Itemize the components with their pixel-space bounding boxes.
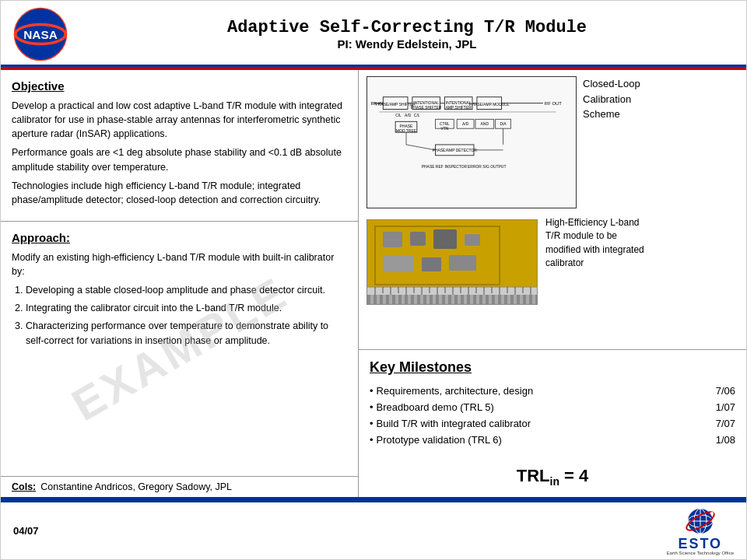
svg-rect-56 bbox=[367, 287, 538, 296]
page-title: Adaptive Self-Correcting T/R Module bbox=[80, 18, 734, 37]
svg-text:ERROR SIG OUTPUT: ERROR SIG OUTPUT bbox=[468, 165, 506, 169]
svg-rect-52 bbox=[465, 234, 480, 246]
objective-heading: Objective bbox=[12, 79, 347, 93]
svg-text:CTRL: CTRL bbox=[440, 122, 450, 126]
milestone-item-2: • Breadboard demo (TRL 5) 1/07 bbox=[370, 401, 735, 413]
diagram-label: Closed-Loop Calibration Scheme bbox=[583, 76, 738, 122]
svg-text:PHASE REF: PHASE REF bbox=[422, 165, 444, 169]
nasa-logo: NASA bbox=[13, 7, 68, 61]
svg-text:AMP SHIFTER: AMP SHIFTER bbox=[446, 106, 472, 110]
svg-text:PHASE/AMP DETECTOR: PHASE/AMP DETECTOR bbox=[433, 149, 478, 152]
approach-step-2: Integrating the calibrator circuit into … bbox=[26, 301, 347, 315]
trl-container: TRLin = 4 bbox=[370, 450, 735, 488]
milestone-item-4: • Prototype validation (TRL 6) 1/08 bbox=[370, 434, 735, 446]
milestone-text-4: • Prototype validation (TRL 6) bbox=[370, 434, 502, 446]
milestones-heading: Key Milestones bbox=[370, 359, 735, 376]
esto-logo: ESTO Earth Science Technology Office bbox=[667, 506, 735, 556]
approach-step-1: Developing a stable closed-loop amplitud… bbox=[26, 283, 347, 297]
milestones-section: Key Milestones • Requirements, architect… bbox=[359, 350, 746, 497]
svg-point-85 bbox=[710, 512, 714, 515]
objective-section: Objective Develop a practical and low co… bbox=[1, 70, 358, 222]
svg-text:D/A: D/A bbox=[500, 122, 507, 126]
svg-text:INTENTIONAL: INTENTIONAL bbox=[413, 101, 439, 105]
trl-label: TRL bbox=[517, 466, 550, 485]
approach-list: Developing a stable closed-loop amplitud… bbox=[26, 283, 347, 348]
page: NASA Adaptive Self-Correcting T/R Module… bbox=[0, 0, 747, 560]
milestone-item-1: • Requirements, architecture, design 7/0… bbox=[370, 385, 735, 397]
page-subtitle: PI: Wendy Edelstein, JPL bbox=[80, 37, 734, 51]
diagram-caption: Closed-Loop Calibration Scheme bbox=[583, 78, 640, 120]
svg-text:A/D: A/D bbox=[405, 114, 412, 117]
left-column: Objective Develop a practical and low co… bbox=[1, 70, 359, 497]
trl-value: = 4 bbox=[559, 466, 588, 485]
svg-text:PHASE: PHASE bbox=[400, 124, 413, 128]
diagram-container: RF IN RF OUT PHASE/AMP SHIFTER INTENTION… bbox=[366, 76, 738, 208]
approach-intro: Modify an existing high-efficiency L-ban… bbox=[12, 250, 347, 278]
milestone-date-1: 7/06 bbox=[704, 385, 735, 397]
cois-bar: CoIs: Constantine Andricos, Gregory Sado… bbox=[1, 476, 358, 497]
milestone-date-4: 1/08 bbox=[704, 434, 735, 446]
header-title: Adaptive Self-Correcting T/R Module PI: … bbox=[80, 18, 734, 51]
trl-subscript: in bbox=[550, 475, 559, 488]
footer: 04/07 ESTO Earth Science Technology Offi… bbox=[1, 500, 746, 559]
right-column: RF IN RF OUT PHASE/AMP SHIFTER INTENTION… bbox=[359, 70, 746, 497]
milestone-item-3: • Build T/R with integrated calibrator 7… bbox=[370, 418, 735, 429]
milestone-date-3: 7/07 bbox=[704, 418, 735, 429]
objective-para-1: Develop a practical and low cost adaptiv… bbox=[12, 99, 347, 141]
hw-photo bbox=[366, 219, 538, 305]
objective-text: Develop a practical and low cost adaptiv… bbox=[12, 99, 347, 207]
milestone-text-3: • Build T/R with integrated calibrator bbox=[370, 418, 531, 429]
svg-text:A/D: A/D bbox=[462, 122, 469, 126]
hw-caption: High-Efficiency L-band T/R module to be … bbox=[545, 216, 647, 271]
footer-date: 04/07 bbox=[13, 525, 39, 537]
approach-heading: Approach: bbox=[12, 231, 347, 244]
svg-text:C/L: C/L bbox=[414, 114, 420, 117]
diagram-section: RF IN RF OUT PHASE/AMP SHIFTER INTENTION… bbox=[359, 70, 746, 350]
svg-rect-55 bbox=[449, 255, 476, 271]
cois-label: CoIs: bbox=[12, 481, 36, 492]
objective-para-2: Performance goals are <1 deg absolute ph… bbox=[12, 145, 347, 173]
objective-para-3: Technologies include high efficiency L-b… bbox=[12, 179, 347, 207]
approach-section: EXAMPLE Approach: Modify an existing hig… bbox=[1, 222, 358, 476]
svg-rect-46 bbox=[379, 111, 556, 112]
svg-rect-53 bbox=[383, 255, 414, 272]
header: NASA Adaptive Self-Correcting T/R Module… bbox=[1, 1, 746, 67]
esto-globe-icon bbox=[682, 506, 718, 537]
svg-rect-49 bbox=[383, 232, 402, 247]
trl-display: TRLin = 4 bbox=[517, 466, 589, 485]
svg-rect-51 bbox=[433, 229, 457, 249]
svg-text:AND: AND bbox=[481, 122, 489, 126]
svg-rect-54 bbox=[422, 257, 441, 271]
main-content: Objective Develop a practical and low co… bbox=[1, 70, 746, 497]
milestone-text-1: • Requirements, architecture, design bbox=[370, 385, 533, 397]
approach-text: Modify an existing high-efficiency L-ban… bbox=[12, 250, 347, 348]
svg-text:INSPECTOR: INSPECTOR bbox=[444, 165, 467, 169]
svg-text:NASA: NASA bbox=[23, 28, 58, 41]
cois-names: Constantine Andricos, Gregory Sadowy, JP… bbox=[40, 481, 232, 492]
svg-text:RF OUT: RF OUT bbox=[545, 101, 562, 106]
approach-step-3: Characterizing performance over temperat… bbox=[26, 319, 347, 347]
esto-subtext: Earth Science Technology Office bbox=[667, 551, 735, 556]
block-diagram: RF IN RF OUT PHASE/AMP SHIFTER INTENTION… bbox=[366, 76, 577, 208]
svg-rect-50 bbox=[410, 232, 426, 246]
esto-text: ESTO bbox=[678, 537, 722, 551]
hw-image-area: High-Efficiency L-band T/R module to be … bbox=[366, 216, 738, 305]
svg-text:VTN: VTN bbox=[440, 127, 448, 131]
milestone-list: • Requirements, architecture, design 7/0… bbox=[370, 385, 735, 446]
svg-rect-4 bbox=[368, 77, 576, 208]
svg-text:C/L: C/L bbox=[395, 114, 402, 117]
svg-text:INTENTIONAL: INTENTIONAL bbox=[446, 101, 472, 105]
svg-text:PHASE SHIFTER: PHASE SHIFTER bbox=[411, 106, 442, 110]
milestone-date-2: 1/07 bbox=[704, 401, 735, 413]
milestone-text-2: • Breadboard demo (TRL 5) bbox=[370, 401, 494, 413]
